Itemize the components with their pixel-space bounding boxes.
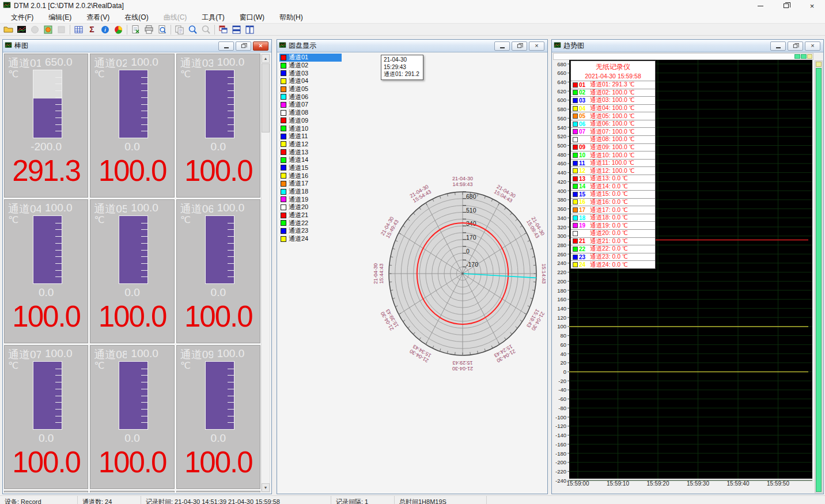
disc-restore-button[interactable] [512,41,527,51]
channel-list-item-24[interactable]: 通道24 [279,235,342,243]
disc-close-button[interactable]: × [529,41,544,51]
gauge-tick [141,118,147,118]
disc-minimize-button[interactable] [494,41,510,51]
status-channel-count: 通道数: 24 [78,496,141,504]
menu-view[interactable]: 查看(V) [79,12,117,24]
channel-list-item-08[interactable]: 通道08 [279,109,342,117]
bar-window-scrollbar[interactable]: ▲ ▼ [261,54,270,492]
gauge-max-value: 100.0 [217,347,245,362]
channel-color-swatch [281,86,286,92]
menu-tools[interactable]: 工具(T) [194,12,232,24]
open-file-icon[interactable] [2,24,15,36]
trend-ylabel: -160 [555,441,566,448]
bar-scrollbar-thumb[interactable] [262,63,270,132]
channel-color-swatch [281,70,286,76]
gauge-通道03: 通道03100.0℃0.0100.0 [176,54,260,198]
channel-list-item-16[interactable]: 通道16 [279,172,342,180]
channel-list-item-01[interactable]: 通道01 [279,54,342,62]
record-icon[interactable] [41,24,55,36]
channel-list-item-03[interactable]: 通道03 [279,69,342,77]
tile-horizontal-icon[interactable] [230,24,243,36]
channel-list-item-22[interactable]: 通道22 [279,219,342,227]
legend-row-21: 21通道21: 0.0 ℃ [571,237,655,245]
trend-horizontal-scrollbar[interactable] [553,53,813,60]
gauge-tick [55,416,62,416]
channel-list-item-12[interactable]: 通道12 [279,141,342,149]
channel-list-item-04[interactable]: 通道04 [279,77,342,85]
channel-list-item-18[interactable]: 通道18 [279,188,342,196]
trend-hscroll-thumb[interactable] [794,54,800,59]
gauge-tick [141,369,147,369]
scroll-down-icon[interactable]: ▼ [262,483,270,492]
trend-hscroll-button[interactable] [807,54,812,59]
gauge-tick [141,77,147,78]
trend-close-button[interactable]: × [805,41,820,51]
channel-list-item-19[interactable]: 通道19 [279,195,342,203]
trend-ylabel: 560 [557,115,566,122]
channel-list-item-14[interactable]: 通道14 [279,156,342,164]
channel-list-item-10[interactable]: 通道10 [279,124,342,132]
channel-list-item-23[interactable]: 通道23 [279,227,342,235]
gauge-tick [55,263,62,264]
bar-minimize-button[interactable] [218,41,234,51]
copy-icon[interactable] [173,24,186,36]
app-restore-button[interactable] [773,0,799,12]
tile-vertical-icon[interactable] [243,24,256,36]
app-close-button[interactable]: × [799,0,825,12]
channel-list-item-02[interactable]: 通道02 [279,62,342,70]
channel-list-item-17[interactable]: 通道17 [279,180,342,188]
app-minimize-button[interactable] [747,0,773,12]
gauge-current-value: 100.0 [5,445,88,479]
realtime-curve-icon[interactable] [15,24,28,36]
trend-vertical-scrollbar[interactable] [815,60,823,493]
menu-file[interactable]: 文件(F) [3,12,41,24]
info-icon[interactable]: i [99,24,112,36]
gauge-tick [55,402,62,403]
menu-online[interactable]: 在线(O) [117,12,156,24]
print-icon[interactable] [142,24,156,36]
gauge-tick [55,243,62,244]
trend-window-titlebar[interactable]: 趋势图 × [552,40,823,52]
export-excel-icon[interactable] [129,24,142,36]
gauge-tick [228,111,234,111]
gauge-tick [228,229,234,230]
channel-color-swatch [281,102,286,108]
trend-vscroll-thumb[interactable] [816,68,822,492]
bar-restore-button[interactable] [236,41,251,51]
pie-chart-icon[interactable] [112,24,125,36]
gauge-max-value: 100.0 [45,202,73,217]
data-table-icon[interactable] [72,24,85,36]
channel-list-item-13[interactable]: 通道13 [279,148,342,156]
gauge-tick [228,256,234,257]
channel-list-item-07[interactable]: 通道07 [279,101,342,109]
bar-close-button[interactable]: × [253,41,268,51]
trend-minimize-button[interactable] [770,41,786,51]
channel-list-item-09[interactable]: 通道09 [279,117,342,125]
trend-ylabel: 520 [557,133,566,139]
gauge-tick [141,270,147,271]
trend-window-icon [554,41,561,51]
trend-hscroll-thumb2[interactable] [801,54,807,59]
channel-list-item-21[interactable]: 通道21 [279,211,342,219]
channel-list-item-06[interactable]: 通道06 [279,93,342,101]
trend-restore-button[interactable] [788,41,803,51]
channel-list-item-20[interactable]: 通道20 [279,203,342,211]
bar-window-titlebar[interactable]: 棒图 × [3,40,271,52]
channel-list-item-15[interactable]: 通道15 [279,164,342,172]
menu-edit[interactable]: 编辑(E) [41,12,79,24]
cascade-windows-icon[interactable] [217,24,230,36]
trend-vscroll-button[interactable] [816,62,822,67]
gauge-bar-track [119,361,148,430]
channel-list-item-05[interactable]: 通道05 [279,85,342,93]
scroll-up-icon[interactable]: ▲ [262,54,270,63]
disc-window-titlebar[interactable]: 圆盘显示 × [277,40,547,52]
print-preview-icon[interactable] [156,24,169,36]
menu-window[interactable]: 窗口(W) [232,12,272,24]
gauge-bar-track [119,70,148,138]
statistics-icon[interactable]: Σ [85,24,99,36]
polar-r-label: 170 [466,234,476,241]
zoom-in-icon[interactable] [186,24,199,36]
menu-help[interactable]: 帮助(H) [272,12,311,24]
legend-row-13: 13通道13: 0.0 ℃ [571,175,655,183]
channel-list-item-11[interactable]: 通道11 [279,132,342,141]
